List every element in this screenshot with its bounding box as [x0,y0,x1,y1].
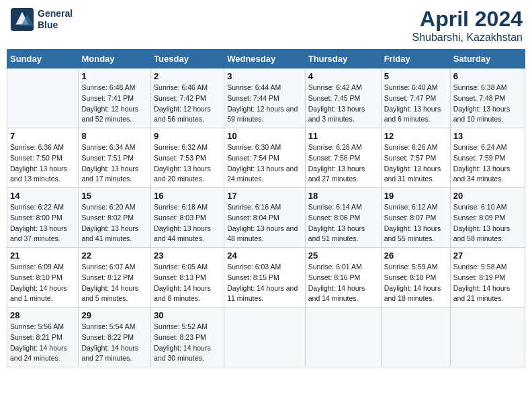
day-detail: Sunrise: 6:46 AMSunset: 7:42 PMDaylight:… [154,83,221,125]
day-cell: 14Sunrise: 6:22 AMSunset: 8:00 PMDayligh… [7,188,79,248]
day-cell: 27Sunrise: 5:58 AMSunset: 8:19 PMDayligh… [450,248,525,308]
day-number: 24 [227,250,302,261]
day-number: 15 [81,191,148,201]
day-number: 17 [227,191,302,201]
day-cell: 24Sunrise: 6:03 AMSunset: 8:15 PMDayligh… [224,248,306,308]
day-number: 14 [10,191,75,201]
day-cell: 9Sunrise: 6:32 AMSunset: 7:53 PMDaylight… [151,128,224,188]
day-number: 23 [154,250,221,261]
day-number: 6 [453,71,522,81]
day-detail: Sunrise: 6:42 AMSunset: 7:45 PMDaylight:… [308,83,378,125]
day-number: 26 [384,250,447,261]
day-detail: Sunrise: 6:10 AMSunset: 8:09 PMDaylight:… [453,202,522,244]
day-detail: Sunrise: 6:12 AMSunset: 8:07 PMDaylight:… [384,202,447,244]
day-detail: Sunrise: 6:24 AMSunset: 7:59 PMDaylight:… [453,142,522,185]
header: General Blue April 2024 Shubarshi, Kazak… [7,7,525,44]
day-detail: Sunrise: 6:28 AMSunset: 7:56 PMDaylight:… [308,142,378,185]
day-number: 28 [10,310,75,320]
calendar-table: SundayMondayTuesdayWednesdayThursdayFrid… [7,49,525,367]
day-cell: 1Sunrise: 6:48 AMSunset: 7:41 PMDaylight… [79,68,151,128]
day-detail: Sunrise: 5:59 AMSunset: 8:18 PMDaylight:… [384,262,447,304]
day-number: 9 [154,131,221,141]
day-detail: Sunrise: 6:48 AMSunset: 7:41 PMDaylight:… [81,83,148,125]
header-cell-friday: Friday [381,50,450,68]
day-number: 4 [308,71,378,81]
day-cell [7,68,79,128]
day-number: 8 [81,131,148,141]
day-number: 19 [384,191,447,201]
day-cell: 10Sunrise: 6:30 AMSunset: 7:54 PMDayligh… [224,128,306,188]
day-detail: Sunrise: 6:40 AMSunset: 7:47 PMDaylight:… [384,83,447,125]
day-detail: Sunrise: 6:30 AMSunset: 7:54 PMDaylight:… [227,142,302,185]
day-detail: Sunrise: 5:58 AMSunset: 8:19 PMDaylight:… [453,262,522,304]
day-cell: 16Sunrise: 6:18 AMSunset: 8:03 PMDayligh… [151,188,224,248]
day-number: 21 [10,250,75,261]
day-detail: Sunrise: 6:07 AMSunset: 8:12 PMDaylight:… [81,262,148,304]
calendar-body: 1Sunrise: 6:48 AMSunset: 7:41 PMDaylight… [7,68,525,367]
day-cell: 11Sunrise: 6:28 AMSunset: 7:56 PMDayligh… [305,128,381,188]
header-row: SundayMondayTuesdayWednesdayThursdayFrid… [7,50,525,68]
header-cell-sunday: Sunday [7,50,79,68]
day-detail: Sunrise: 6:14 AMSunset: 8:06 PMDaylight:… [308,202,378,244]
day-cell: 26Sunrise: 5:59 AMSunset: 8:18 PMDayligh… [381,248,450,308]
day-detail: Sunrise: 6:09 AMSunset: 8:10 PMDaylight:… [10,262,75,304]
title-block: April 2024 Shubarshi, Kazakhstan [412,7,523,44]
header-cell-thursday: Thursday [305,50,381,68]
week-row-5: 28Sunrise: 5:56 AMSunset: 8:21 PMDayligh… [7,308,525,367]
week-row-4: 21Sunrise: 6:09 AMSunset: 8:10 PMDayligh… [7,248,525,308]
week-row-2: 7Sunrise: 6:36 AMSunset: 7:50 PMDaylight… [7,128,525,188]
logo-text: General Blue [38,8,73,31]
day-cell: 8Sunrise: 6:34 AMSunset: 7:51 PMDaylight… [79,128,151,188]
day-number: 20 [453,191,522,201]
day-cell: 7Sunrise: 6:36 AMSunset: 7:50 PMDaylight… [7,128,79,188]
day-cell: 5Sunrise: 6:40 AMSunset: 7:47 PMDaylight… [381,68,450,128]
day-cell: 6Sunrise: 6:38 AMSunset: 7:48 PMDaylight… [450,68,525,128]
day-detail: Sunrise: 6:05 AMSunset: 8:13 PMDaylight:… [154,262,221,304]
day-cell: 23Sunrise: 6:05 AMSunset: 8:13 PMDayligh… [151,248,224,308]
day-cell [305,308,381,367]
day-detail: Sunrise: 6:26 AMSunset: 7:57 PMDaylight:… [384,142,447,185]
day-cell: 2Sunrise: 6:46 AMSunset: 7:42 PMDaylight… [151,68,224,128]
day-number: 25 [308,250,378,261]
day-cell [381,308,450,367]
day-detail: Sunrise: 6:36 AMSunset: 7:50 PMDaylight:… [10,142,75,185]
day-detail: Sunrise: 6:03 AMSunset: 8:15 PMDaylight:… [227,262,302,304]
day-detail: Sunrise: 5:56 AMSunset: 8:21 PMDaylight:… [10,322,75,364]
day-cell: 3Sunrise: 6:44 AMSunset: 7:44 PMDaylight… [224,68,306,128]
day-number: 10 [227,131,302,141]
logo-line2: Blue [38,19,73,31]
day-number: 12 [384,131,447,141]
day-number: 18 [308,191,378,201]
day-cell: 20Sunrise: 6:10 AMSunset: 8:09 PMDayligh… [450,188,525,248]
day-cell: 15Sunrise: 6:20 AMSunset: 8:02 PMDayligh… [79,188,151,248]
day-cell: 30Sunrise: 5:52 AMSunset: 8:23 PMDayligh… [151,308,224,367]
calendar-header: SundayMondayTuesdayWednesdayThursdayFrid… [7,50,525,68]
day-number: 1 [81,71,148,81]
logo: General Blue [9,7,73,32]
day-detail: Sunrise: 5:52 AMSunset: 8:23 PMDaylight:… [154,322,221,364]
day-detail: Sunrise: 6:32 AMSunset: 7:53 PMDaylight:… [154,142,221,185]
day-cell: 17Sunrise: 6:16 AMSunset: 8:04 PMDayligh… [224,188,306,248]
header-cell-saturday: Saturday [450,50,525,68]
day-cell: 29Sunrise: 5:54 AMSunset: 8:22 PMDayligh… [79,308,151,367]
day-number: 13 [453,131,522,141]
week-row-1: 1Sunrise: 6:48 AMSunset: 7:41 PMDaylight… [7,68,525,128]
day-number: 22 [81,250,148,261]
day-detail: Sunrise: 6:18 AMSunset: 8:03 PMDaylight:… [154,202,221,244]
day-cell: 28Sunrise: 5:56 AMSunset: 8:21 PMDayligh… [7,308,79,367]
day-cell: 22Sunrise: 6:07 AMSunset: 8:12 PMDayligh… [79,248,151,308]
day-cell: 25Sunrise: 6:01 AMSunset: 8:16 PMDayligh… [305,248,381,308]
day-number: 2 [154,71,221,81]
day-cell: 4Sunrise: 6:42 AMSunset: 7:45 PMDaylight… [305,68,381,128]
day-number: 16 [154,191,221,201]
day-number: 3 [227,71,302,81]
day-detail: Sunrise: 6:44 AMSunset: 7:44 PMDaylight:… [227,83,302,125]
header-cell-tuesday: Tuesday [151,50,224,68]
day-cell [450,308,525,367]
header-cell-monday: Monday [79,50,151,68]
logo-line1: General [38,8,73,19]
day-cell: 18Sunrise: 6:14 AMSunset: 8:06 PMDayligh… [305,188,381,248]
day-number: 5 [384,71,447,81]
day-cell: 12Sunrise: 6:26 AMSunset: 7:57 PMDayligh… [381,128,450,188]
day-cell: 21Sunrise: 6:09 AMSunset: 8:10 PMDayligh… [7,248,79,308]
